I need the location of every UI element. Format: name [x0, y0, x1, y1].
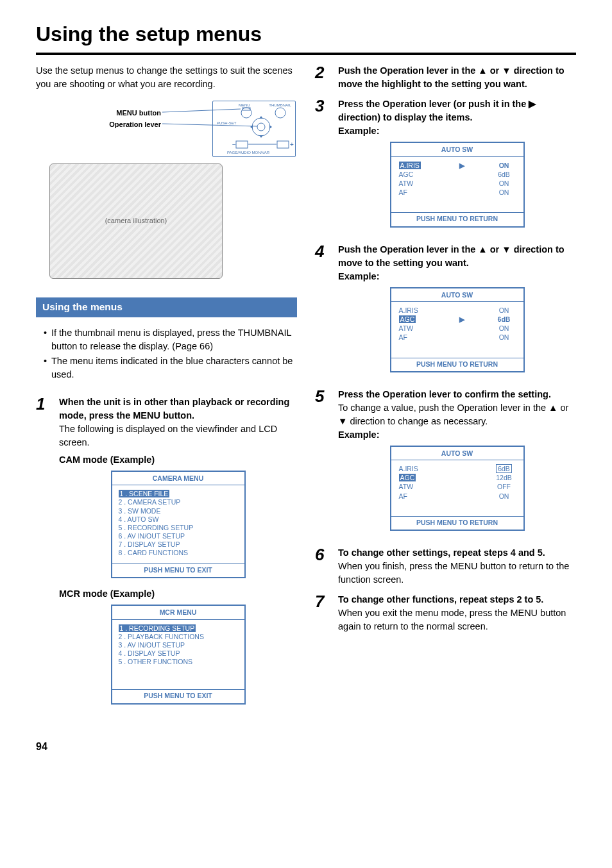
autosw-label: AGC [399, 170, 431, 179]
autosw-row: AFON [391, 188, 523, 197]
mcr-menu-item: 4 . DISPLAY SETUP [119, 649, 238, 658]
example-label: Example: [338, 428, 576, 442]
autosw-row: AGC▶6dB [391, 315, 523, 324]
autosw-label: A.IRIS [399, 306, 431, 315]
autosw-value: 6dB [493, 170, 516, 179]
autosw-footer: PUSH MENU TO RETURN [391, 516, 523, 530]
autosw-title: AUTO SW [391, 143, 523, 156]
step-6-body: When you finish, press the MENU button t… [338, 560, 576, 587]
autosw-row: A.IRISON [391, 306, 523, 315]
autosw-row: AFON [391, 492, 523, 501]
autosw-value: ON [493, 306, 516, 315]
autosw-footer: PUSH MENU TO RETURN [391, 358, 523, 371]
step-number: 3 [315, 97, 329, 236]
note-item: If the thumbnail menu is displayed, pres… [44, 326, 297, 353]
camera-menu-item: 4 . AUTO SW [119, 515, 238, 524]
autosw-label: ATW [399, 324, 431, 333]
step-number: 1 [36, 396, 50, 714]
autosw-title: AUTO SW [391, 288, 523, 302]
triangle-right-icon: ▶ [529, 97, 536, 111]
step-6-head: To change other settings, repeat steps 4… [338, 546, 576, 560]
camera-menu-box: CAMERA MENU 1 . SCENE FILE 2 . CAMERA SE… [111, 471, 246, 578]
autosw-value: ON [493, 161, 516, 170]
step-7-body: When you exit the menu mode, press the M… [338, 606, 576, 633]
camera-illustration: (camera illustration) [49, 163, 223, 279]
autosw-value: ON [493, 188, 516, 197]
camera-menu-item-selected: 1 . SCENE FILE [119, 490, 170, 497]
autosw-row: AGC12dB [391, 473, 523, 482]
autosw-arrow: ▶ [457, 315, 466, 324]
step-3-head-b: direction) to display the items. [338, 112, 472, 122]
step-2-head-a: Push the Operation lever in the [338, 65, 478, 76]
autosw-label: AGC [399, 473, 431, 482]
intro-text: Use the setup menus to change the settin… [36, 64, 297, 91]
autosw-menu-box: AUTO SW A.IRIS▶ONAGC6dBATWONAFON PUSH ME… [390, 142, 525, 227]
section-using-menus: Using the menus [36, 297, 297, 317]
example-label: Example: [338, 124, 576, 138]
autosw-label: A.IRIS [399, 161, 431, 170]
step-5: 5 Press the Operation lever to confirm t… [315, 388, 576, 540]
step-5-body-a: To change a value, push the Operation le… [338, 403, 548, 413]
step-number: 4 [315, 243, 329, 381]
autosw-value: ON [493, 324, 516, 333]
autosw-label: A.IRIS [399, 464, 431, 473]
camera-menu-footer: PUSH MENU TO EXIT [112, 563, 244, 577]
step-4-head-a: Push the Operation lever in the [338, 244, 478, 255]
step-2: 2 Push the Operation lever in the ▲ or ▼… [315, 64, 576, 91]
camera-menu-item: 2 . CAMERA SETUP [119, 498, 238, 506]
camera-menu-item: 6 . AV IN/OUT SETUP [119, 532, 238, 540]
step-1-body: The following is displayed on the viewfi… [59, 422, 297, 449]
autosw-title: AUTO SW [391, 447, 523, 460]
svg-line-10 [162, 109, 241, 112]
mcr-mode-label: MCR mode (Example) [59, 587, 297, 601]
autosw-label: ATW [399, 482, 431, 491]
step-number: 2 [315, 64, 329, 91]
step-1: 1 When the unit is in other than playbac… [36, 396, 297, 714]
svg-line-11 [162, 124, 257, 126]
mcr-menu-footer: PUSH MENU TO EXIT [112, 689, 244, 703]
autosw-menu-box: AUTO SW A.IRIS6dBAGC12dBATWOFFAFON PUSH … [390, 446, 525, 531]
autosw-value: 6dB [493, 315, 516, 324]
step-7-head: To change other functions, repeat steps … [338, 593, 576, 606]
autosw-row: AGC6dB [391, 170, 523, 179]
autosw-label: AGC [399, 315, 431, 324]
autosw-row: ATWOFF [391, 482, 523, 491]
step-3-head-a: Press the Operation lever (or push it in… [338, 99, 529, 109]
autosw-row: ATWON [391, 179, 523, 188]
triangle-up-icon: ▲ [478, 64, 487, 78]
mcr-menu-item: 5 . OTHER FUNCTIONS [119, 658, 238, 666]
step-4-head-b: or [488, 244, 502, 255]
camera-menu-item: 7 . DISPLAY SETUP [119, 540, 238, 549]
triangle-up-icon: ▲ [478, 243, 487, 256]
autosw-label: AF [399, 188, 431, 197]
step-6: 6 To change other settings, repeat steps… [315, 546, 576, 587]
autosw-row: A.IRIS6dB [391, 464, 523, 473]
step-4: 4 Push the Operation lever in the ▲ or ▼… [315, 243, 576, 381]
step-2-head-b: or [488, 65, 502, 76]
step-7: 7 To change other functions, repeat step… [315, 593, 576, 633]
autosw-row: A.IRIS▶ON [391, 161, 523, 170]
autosw-arrow: ▶ [457, 161, 466, 170]
triangle-down-icon: ▼ [338, 415, 347, 428]
mcr-menu-title: MCR MENU [112, 606, 244, 619]
autosw-value: ON [493, 179, 516, 188]
step-3: 3 Press the Operation lever (or push it … [315, 97, 576, 236]
note-item: The menu items indicated in the blue cha… [44, 355, 297, 381]
mcr-menu-item-selected: 1 . RECORDING SETUP [119, 624, 196, 632]
camera-menu-item: 3 . SW MODE [119, 507, 238, 515]
cam-mode-label: CAM mode (Example) [59, 453, 297, 467]
step-5-head: Press the Operation lever to confirm the… [338, 388, 576, 401]
step-number: 7 [315, 593, 329, 633]
diagram: MENU button Operation lever MENU THUMBNA… [36, 100, 297, 286]
autosw-label: AF [399, 333, 431, 342]
step-5-body-b: or [557, 403, 568, 413]
triangle-up-icon: ▲ [548, 401, 557, 415]
autosw-value: 12dB [493, 473, 516, 482]
autosw-row: AFON [391, 333, 523, 342]
page-number: 94 [36, 739, 576, 754]
camera-placeholder-text: (camera illustration) [105, 216, 167, 226]
autosw-footer: PUSH MENU TO RETURN [391, 212, 523, 226]
triangle-down-icon: ▼ [502, 243, 511, 256]
step-5-body-c: direction to change as necessary. [347, 416, 488, 426]
step-1-head: When the unit is in other than playback … [59, 396, 297, 422]
